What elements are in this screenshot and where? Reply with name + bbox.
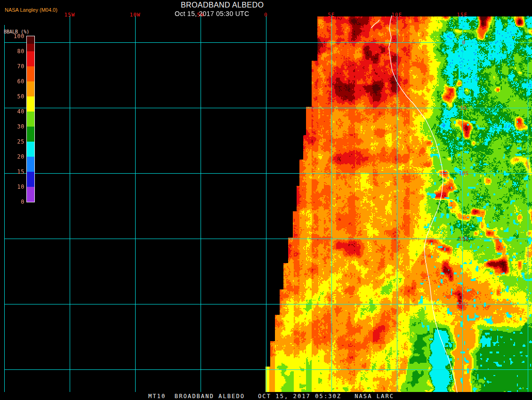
colorbar-segment <box>27 81 34 96</box>
grid-hline <box>4 173 532 174</box>
colorbar-tick: 70 <box>0 63 24 70</box>
grid-hline <box>4 304 532 304</box>
colorbar-segment <box>27 36 34 44</box>
grid-hline <box>4 42 532 43</box>
lon-label: 0 <box>264 12 268 18</box>
colorbar-segment <box>27 127 34 142</box>
footer-caption: MT10 BROADBAND ALBEDO OCT 15, 2017 05:30… <box>0 393 532 400</box>
colorbar-segment <box>27 187 34 202</box>
colorbar-tick: 25 <box>0 138 24 145</box>
colorbar-tick: 15 <box>0 168 24 175</box>
colorbar-segment <box>27 112 34 127</box>
grid-vline <box>331 16 332 392</box>
grid-hline <box>4 239 532 239</box>
colorbar-segment <box>27 157 34 172</box>
colorbar-tick: 50 <box>0 93 24 100</box>
timestamp-subtitle: Oct 15, 2017 05:30 UTC <box>175 10 249 17</box>
grid-vline <box>135 16 136 392</box>
colorbar-segment <box>27 66 34 81</box>
lat-label: 5S <box>460 105 467 111</box>
page-title: BROADBAND ALBEDO <box>181 1 264 9</box>
grid-vline <box>397 16 397 392</box>
colorbar-segment <box>27 51 34 66</box>
colorbar-tick: 80 <box>0 48 24 55</box>
lat-label: 20S <box>459 301 468 307</box>
grid-hline <box>4 369 532 370</box>
albedo-map-canvas <box>264 16 532 393</box>
colorbar <box>26 36 35 202</box>
lat-label: 10S <box>459 170 468 176</box>
colorbar-tick: 40 <box>0 108 24 115</box>
lon-label: 10E <box>392 12 403 18</box>
colorbar-segment <box>27 96 34 112</box>
albedo-viewer: NASA Langley (M04.0) BROADBAND ALBEDO Oc… <box>0 0 532 400</box>
lon-label: 15E <box>457 12 468 18</box>
source-label: NASA Langley (M04.0) <box>5 7 57 13</box>
lat-label: 15S <box>459 236 468 242</box>
grid-vline <box>266 16 266 392</box>
grid-vline <box>528 16 528 392</box>
colorbar-tick: 100 <box>0 33 24 40</box>
colorbar-segment <box>27 44 34 51</box>
colorbar-tick: 60 <box>0 78 24 85</box>
grid-hline <box>4 108 532 108</box>
colorbar-tick: 20 <box>0 153 24 160</box>
colorbar-segment <box>27 142 34 157</box>
lat-label: 0 <box>462 40 465 46</box>
grid-vline <box>201 16 201 392</box>
lon-label: 5E <box>328 12 335 18</box>
grid-vline <box>70 16 70 392</box>
colorbar-tick: 30 <box>0 123 24 130</box>
lon-label: 10W <box>130 12 141 18</box>
colorbar-segment <box>27 172 34 187</box>
grid-vline <box>462 16 463 392</box>
lon-label: 15W <box>64 12 75 18</box>
colorbar-tick: 10 <box>0 184 24 190</box>
colorbar-tick: 0 <box>0 199 24 205</box>
